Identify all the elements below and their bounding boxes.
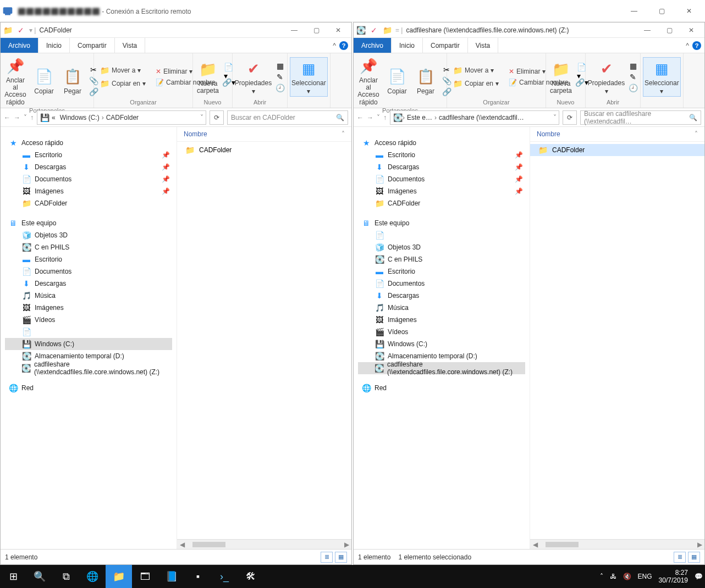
breadcrumb-right[interactable]: 💽 › Este e… › cadfileshare (\\extendcadf… (390, 110, 559, 125)
sort-icon[interactable]: ˄ (342, 130, 345, 138)
new-folder-button[interactable]: 📁Nueva carpeta (195, 58, 221, 96)
up-button[interactable]: ↑ (30, 114, 34, 121)
tab-inicio[interactable]: Inicio (392, 38, 423, 53)
app-button[interactable]: 🛠 (238, 565, 264, 588)
tab-vista[interactable]: Vista (115, 38, 145, 53)
tree-item[interactable]: 💽C en PHILS (358, 253, 525, 265)
breadcrumb-left[interactable]: 💾 « Windows (C:) › CADFolder ˅ (37, 110, 206, 125)
collapse-ribbon-icon[interactable]: ^ (333, 42, 336, 49)
tree-item[interactable]: 💽C en PHILS (5, 241, 172, 253)
tree-item[interactable]: 🖼Imágenes (5, 302, 172, 314)
copy-to-button[interactable]: 📁Copiar en▾ (449, 77, 502, 90)
paste-button[interactable]: 📋Pegar (60, 66, 85, 96)
breadcrumb-seg[interactable]: Este e… (405, 114, 434, 121)
win-minimize-button[interactable]: — (283, 23, 305, 38)
recent-dropdown[interactable]: ˅ (377, 114, 380, 121)
language-indicator[interactable]: ENG (638, 573, 652, 580)
quick-access-node[interactable]: ★Acceso rápido (5, 137, 172, 149)
tree-item[interactable]: ▬Escritorio📌 (358, 149, 525, 161)
nav-tree-left[interactable]: ★Acceso rápido ▬Escritorio📌 ⬇Descargas📌 … (1, 127, 177, 549)
tree-item[interactable]: 🖼Imágenes📌 (358, 185, 525, 197)
details-view-button[interactable]: ≣ (321, 552, 333, 563)
copy-to-button[interactable]: 📁Copiar en▾ (96, 77, 149, 90)
edit-icon[interactable]: ✎ (275, 72, 285, 82)
address-dropdown[interactable]: ˅ (200, 114, 203, 121)
move-to-button[interactable]: 📁Mover a▾ (96, 64, 149, 76)
win-close-button[interactable]: ✕ (680, 23, 702, 38)
tree-item[interactable]: 🎬Vídeos (5, 314, 172, 326)
collapse-ribbon-icon[interactable]: ^ (686, 42, 689, 49)
breadcrumb-seg[interactable]: Windows (C:) (58, 114, 102, 121)
copy-button[interactable]: 📄Copiar (384, 66, 410, 96)
tree-item[interactable]: 🎵Música (5, 290, 172, 302)
breadcrumb-overflow[interactable]: « (49, 114, 58, 121)
tree-item[interactable]: 🧊Objetos 3D (5, 229, 172, 241)
notifications-icon[interactable]: 💬 (695, 573, 703, 580)
minimize-button[interactable]: — (620, 0, 648, 22)
taskview-button[interactable]: ⧉ (53, 565, 79, 588)
column-header-name[interactable]: Nombre˄ (177, 127, 351, 142)
win-maximize-button[interactable]: ▢ (305, 23, 327, 38)
sort-icon[interactable]: ˄ (695, 130, 698, 138)
tree-item[interactable]: 💽cadfileshare (\\extendcadfiles.file.cor… (5, 362, 172, 374)
tree-item[interactable]: ⬇Descargas📌 (358, 161, 525, 173)
history-icon[interactable]: 🕘 (275, 83, 285, 93)
history-icon[interactable]: 🕘 (628, 83, 638, 93)
quick-access-icon[interactable]: ✓ (16, 25, 26, 35)
tree-item[interactable]: 📄 (358, 229, 525, 241)
search-input[interactable]: Buscar en cadfileshare (\\extendcadfil…🔍 (580, 110, 701, 125)
tree-item[interactable]: 🖼Imágenes (358, 314, 525, 326)
start-button[interactable]: ⊞ (0, 565, 26, 588)
tree-item-selected[interactable]: 💾Windows (C:) (5, 338, 172, 350)
tree-item[interactable]: ⬇Descargas (5, 278, 172, 290)
this-pc-node[interactable]: 🖥Este equipo (358, 217, 525, 229)
tree-item[interactable]: 🎵Música (358, 302, 525, 314)
tab-compartir[interactable]: Compartir (423, 38, 468, 53)
win-minimize-button[interactable]: — (636, 23, 658, 38)
tree-item[interactable]: ▬Escritorio (5, 253, 172, 265)
refresh-button[interactable]: ⟳ (563, 110, 577, 125)
tray-up-icon[interactable]: ˄ (600, 573, 603, 580)
ie-button[interactable]: 🌐 (79, 565, 106, 588)
tree-item[interactable]: 📄Documentos📌 (358, 173, 525, 185)
forward-button[interactable]: → (14, 114, 20, 121)
network-node[interactable]: 🌐Red (358, 382, 525, 394)
up-button[interactable]: ↑ (383, 114, 387, 121)
edit-icon[interactable]: ✎ (628, 72, 638, 82)
recent-dropdown[interactable]: ˅ (24, 114, 27, 121)
maximize-button[interactable]: ▢ (648, 0, 675, 22)
open-icon[interactable]: ▦ (275, 61, 285, 71)
close-button[interactable]: ✕ (675, 0, 703, 22)
forward-button[interactable]: → (367, 114, 373, 121)
terminal-button[interactable]: ▪ (185, 565, 211, 588)
properties-button[interactable]: ✔Propiedades▾ (235, 58, 272, 96)
quick-access-node[interactable]: ★Acceso rápido (358, 137, 525, 149)
tree-item[interactable]: ▬Escritorio📌 (5, 149, 172, 161)
tree-item[interactable]: 📁CADFolder (5, 197, 172, 209)
column-header-name[interactable]: Nombre˄ (530, 127, 704, 142)
back-button[interactable]: ← (357, 114, 363, 121)
tree-item[interactable]: 🎬Vídeos (358, 326, 525, 338)
paste-button[interactable]: 📋Pegar (413, 66, 438, 96)
horizontal-scrollbar[interactable]: ◀▶ (530, 539, 704, 549)
tree-item[interactable]: ⬇Descargas📌 (5, 161, 172, 173)
select-button[interactable]: ▦Seleccionar▾ (643, 57, 681, 97)
tree-item[interactable]: ⬇Descargas (358, 290, 525, 302)
tab-archivo[interactable]: Archivo (354, 38, 392, 53)
nav-tree-right[interactable]: ★Acceso rápido ▬Escritorio📌 ⬇Descargas📌 … (354, 127, 530, 549)
pin-quickaccess-button[interactable]: 📌Anclar al Acceso rápido (356, 55, 381, 107)
this-pc-node[interactable]: 🖥Este equipo (5, 217, 172, 229)
network-icon[interactable]: 🖧 (610, 573, 616, 580)
file-row-selected[interactable]: 📁CADFolder (530, 144, 704, 156)
powershell-button[interactable]: ›_ (211, 565, 238, 588)
breadcrumb-seg[interactable]: CADFolder (104, 114, 141, 121)
tree-item[interactable]: 📄Documentos (5, 265, 172, 278)
win-maximize-button[interactable]: ▢ (658, 23, 680, 38)
new-folder-button[interactable]: 📁Nueva carpeta (548, 58, 574, 96)
quick-access-icon[interactable]: ✓ (369, 25, 379, 35)
explorer-taskbar-button[interactable]: 📁 (106, 565, 132, 588)
refresh-button[interactable]: ⟳ (210, 110, 224, 125)
tree-item[interactable]: 📄 (5, 326, 172, 338)
app-button[interactable]: 🗔 (132, 565, 158, 588)
icons-view-button[interactable]: ▦ (688, 552, 700, 563)
